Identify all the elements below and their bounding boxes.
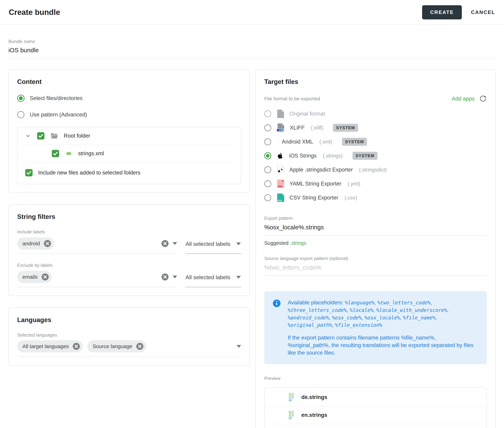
- main-content: Bundle name iOS bundle Content Select fi…: [0, 39, 504, 428]
- radio-icon: [17, 95, 25, 102]
- format-option-row[interactable]: XLIFFXLIFF(.xliff)SYSTEM: [264, 121, 487, 135]
- preview-file-row: de.strings: [265, 388, 487, 406]
- bundle-name-input[interactable]: iOS bundle: [9, 47, 495, 54]
- chevron-down-icon[interactable]: [172, 242, 177, 245]
- preview-file-name: en.strings: [301, 412, 327, 418]
- suggested-value[interactable]: .strings: [290, 240, 306, 246]
- format-option-row[interactable]: Android XML(.xml)SYSTEM: [264, 135, 487, 149]
- strings-file-icon: [288, 393, 296, 402]
- radio-label: Use pattern (Advanced): [30, 112, 87, 118]
- placeholder-token: %language%: [345, 300, 375, 306]
- radio-use-pattern[interactable]: Use pattern (Advanced): [17, 111, 241, 118]
- exclude-labels-chips: emails: [17, 271, 161, 283]
- label-chip: emails: [17, 271, 52, 283]
- clear-icon[interactable]: [161, 239, 169, 247]
- chevron-down-icon[interactable]: [237, 345, 241, 348]
- placeholder-token: %locale_with_underscore%: [376, 307, 447, 313]
- format-option-row[interactable]: YMLYAML String Exporter(.yml): [264, 177, 487, 191]
- chevron-down-icon[interactable]: [172, 276, 177, 278]
- format-options-list: Original formatXLIFFXLIFF(.xliff)SYSTEMA…: [264, 107, 487, 205]
- target-files-title: Target files: [264, 78, 487, 85]
- label-chip: android: [17, 238, 54, 250]
- svg-text:XLIFF: XLIFF: [277, 129, 284, 132]
- format-name: CSV String Exporter: [290, 195, 338, 201]
- yaml-file-icon: YML: [276, 179, 284, 188]
- placeholder-token: %file_name%: [403, 315, 436, 321]
- exclude-match-select[interactable]: All selected labels: [185, 269, 241, 287]
- export-pattern-input[interactable]: %osx_locale%.strings: [264, 224, 487, 231]
- checkbox-checked-icon[interactable]: [25, 169, 33, 177]
- chip-label: emails: [22, 274, 38, 280]
- radio-icon: [264, 166, 271, 173]
- content-card: Content Select files/directories Use pat…: [9, 69, 250, 193]
- clear-icon[interactable]: [161, 273, 169, 281]
- format-name: YAML String Exporter: [290, 181, 341, 187]
- create-button[interactable]: CREATE: [422, 5, 462, 19]
- exclude-labels-input[interactable]: emails: [17, 268, 177, 287]
- include-new-files-row[interactable]: Include new files added to selected fold…: [17, 162, 241, 184]
- chip-remove-icon[interactable]: [72, 342, 80, 350]
- placeholders-info-box: Available placeholders: %language%, %two…: [264, 291, 487, 364]
- placeholder-token: %osx_locale%: [365, 315, 400, 321]
- tree-root-label: Root folder: [64, 133, 90, 139]
- content-title: Content: [17, 78, 241, 85]
- string-filters-card: String filters Include labels android: [9, 204, 250, 296]
- chevron-down-icon: [236, 242, 241, 245]
- source-pattern-field: Source language export pattern (optional…: [264, 256, 487, 276]
- format-option-row[interactable]: CSVCSV String Exporter(.csv): [264, 191, 487, 205]
- chip-remove-icon[interactable]: [43, 239, 51, 247]
- format-extension: (.xliff): [311, 125, 323, 131]
- radio-icon: [264, 124, 271, 131]
- stringsdict-file-icon: [276, 165, 284, 174]
- add-apps-link[interactable]: Add apps: [452, 96, 475, 102]
- format-option-row[interactable]: iOS Strings(.strings)SYSTEM: [264, 149, 487, 163]
- placeholder-token: %locale%: [350, 307, 373, 313]
- apple-icon: [276, 152, 284, 160]
- source-pattern-input[interactable]: %two_letters_code%: [264, 264, 487, 271]
- chevron-down-icon: [236, 276, 241, 279]
- refresh-icon[interactable]: [479, 95, 487, 103]
- label-chip: Source language: [87, 340, 146, 353]
- radio-select-files-directories[interactable]: Select files/directories: [17, 95, 241, 102]
- cancel-button[interactable]: CANCEL: [471, 9, 495, 15]
- chip-remove-icon[interactable]: [136, 342, 144, 350]
- format-option-row[interactable]: Original format: [264, 107, 487, 121]
- exclude-labels-label: Exclude by labels: [17, 263, 241, 268]
- chip-label: android: [22, 241, 40, 247]
- system-badge: SYSTEM: [333, 124, 358, 132]
- chevron-down-icon[interactable]: [25, 132, 32, 139]
- format-name: iOS Strings: [289, 153, 316, 159]
- page-title: Create bundle: [9, 8, 60, 16]
- radio-icon: [264, 194, 271, 201]
- file-format-label: File format to be exported: [264, 96, 320, 102]
- include-match-select[interactable]: All selected labels: [185, 236, 241, 254]
- placeholder-token: %original_path%: [288, 322, 332, 328]
- include-labels-chips: android: [17, 238, 161, 250]
- radio-icon: [264, 152, 271, 159]
- checkbox-checked-icon[interactable]: [51, 149, 60, 157]
- include-labels-input[interactable]: android: [17, 235, 177, 254]
- exclude-labels-group: Exclude by labels emails All selected la…: [17, 263, 241, 287]
- format-extension: (.strings): [323, 153, 343, 159]
- bundle-name-label: Bundle name: [9, 39, 495, 44]
- format-name: XLIFF: [290, 125, 305, 131]
- format-option-row[interactable]: Apple .stringsdict Exporter(.stringsdict…: [264, 163, 487, 177]
- info-icon: [272, 299, 281, 356]
- system-badge: SYSTEM: [342, 138, 367, 146]
- tree-row-root-folder[interactable]: Root folder: [17, 127, 241, 145]
- bundle-name-field: Bundle name iOS bundle: [9, 39, 495, 58]
- languages-select[interactable]: All target languagesSource language: [17, 338, 241, 357]
- radio-icon: [264, 180, 271, 187]
- suggested-hint: Suggested .strings: [264, 240, 487, 246]
- export-pattern-field: Export pattern %osx_locale%.strings: [264, 215, 487, 236]
- languages-title: Languages: [17, 316, 241, 324]
- radio-icon: [17, 111, 25, 118]
- format-extension: (.csv): [345, 195, 357, 201]
- placeholder-token: %android_code%: [288, 315, 329, 321]
- tree-row-strings-xml[interactable]: strings.xml: [17, 145, 241, 162]
- preview-file-list: de.stringsen.stringsfr.stringsit.strings…: [264, 387, 487, 428]
- chip-remove-icon[interactable]: [41, 273, 49, 281]
- checkbox-checked-icon[interactable]: [37, 132, 45, 140]
- preview-label: Preview: [264, 376, 487, 381]
- radio-icon: [264, 110, 271, 117]
